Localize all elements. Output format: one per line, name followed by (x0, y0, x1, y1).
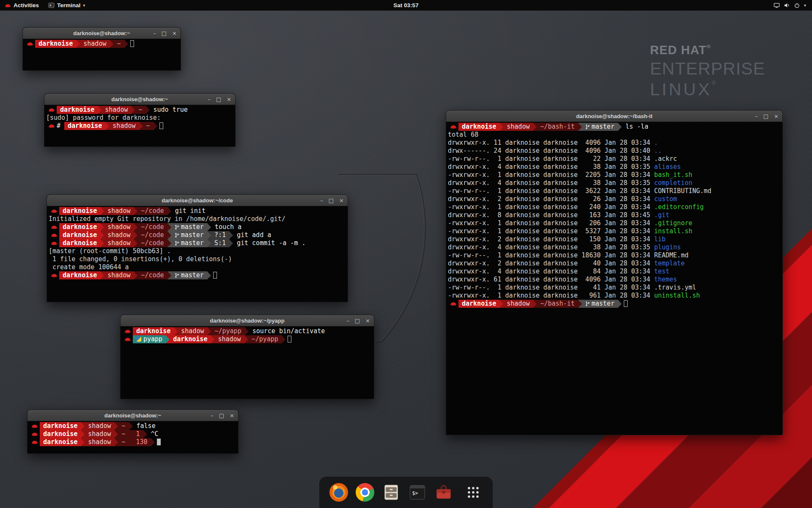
powerline-arrow (134, 223, 137, 231)
powerline-arrow (131, 106, 135, 114)
terminal-window-home-3[interactable]: darknoise@shadow:~ – □ × darknoiseshadow… (27, 409, 239, 454)
terminal-content[interactable]: darknoiseshadow~/pyapp source bin/activa… (121, 326, 374, 399)
terminal-line: -rw-rw-r--. 1 darknoise darknoise 18630 … (446, 251, 782, 260)
prompt-segment-user: darknoise (170, 335, 211, 343)
terminal-line: [master (root-commit) 50bcb63] . (47, 247, 348, 255)
terminal-content[interactable]: darknoiseshadow~ (23, 39, 181, 70)
terminal-window-code[interactable]: darknoise@shadow:~/code – □ × darknoises… (47, 194, 348, 302)
redhat-prompt-icon (29, 438, 40, 446)
minimize-button[interactable]: – (208, 97, 211, 102)
terminal-line: pyappdarknoiseshadow~/pyapp (121, 335, 374, 343)
redhat-prompt-icon (49, 231, 59, 239)
files-icon[interactable] (381, 482, 401, 502)
minimize-button[interactable]: – (320, 198, 323, 203)
terminal-content[interactable]: darknoiseshadow~/bash-itmaster ls -latot… (446, 122, 782, 435)
powerline-arrow (76, 40, 80, 48)
powerline-arrow (207, 231, 211, 239)
window-titlebar[interactable]: darknoise@shadow:~ – □ × (44, 94, 235, 105)
output-text: drwxrwxr-x. 4 darknoise darknoise 38 Jan… (448, 163, 654, 171)
powerline-arrow (100, 271, 104, 279)
maximize-button[interactable]: □ (763, 113, 768, 119)
redhat-logo-icon (5, 3, 11, 8)
software-toolbox-icon[interactable] (433, 482, 454, 502)
terminal-content[interactable]: darknoiseshadow~ falsedarknoiseshadow~1 … (27, 421, 238, 453)
prompt-segment-host: shadow (503, 300, 533, 308)
close-button[interactable]: × (227, 97, 231, 102)
powerline-arrow (167, 207, 171, 215)
powerline-arrow (229, 231, 233, 239)
activities-button[interactable]: Activities (0, 0, 44, 11)
filename-dir: themes (654, 276, 677, 283)
prompt-segment-git: master (171, 271, 207, 279)
filename-exec: uninstall.sh (654, 292, 700, 299)
terminal-line: drwx------. 24 darknoise darknoise 4096 … (446, 147, 782, 155)
powerline-arrow (618, 300, 622, 308)
redhat-prompt-icon (49, 239, 59, 247)
minimize-button[interactable]: – (755, 113, 758, 119)
maximize-button[interactable]: □ (219, 413, 224, 418)
output-text: -rwxrwxr-x. 1 darknoise darknoise 240 Ja… (448, 203, 654, 211)
command-text: ^C (147, 430, 159, 438)
command-text: source bin/activate (249, 327, 325, 335)
window-titlebar[interactable]: darknoise@shadow:~ – □ × (27, 410, 238, 421)
filename-dir: custom (654, 195, 677, 203)
terminal-content[interactable]: darknoiseshadow~ sudo true[sudo] passwor… (44, 105, 235, 146)
terminal-line: darknoiseshadow~130 (27, 438, 238, 446)
filename-dir: aliases (654, 163, 681, 171)
maximize-button[interactable]: □ (216, 97, 221, 102)
output-text: .ackrc (654, 155, 677, 163)
output-text: drwxrwxr-x. 2 darknoise darknoise 150 Ja… (448, 235, 654, 243)
output-text: 1 file changed, 0 insertions(+), 0 delet… (49, 255, 232, 263)
clock[interactable]: Sat 03:57 (393, 2, 418, 8)
window-titlebar[interactable]: darknoise@shadow:~ – □ × (23, 28, 181, 39)
window-titlebar[interactable]: darknoise@shadow:~/code – □ × (47, 195, 348, 206)
prompt-segment-user: darknoise (59, 223, 100, 231)
powerline-arrow (533, 123, 537, 131)
terminal-window-bash-it[interactable]: darknoise@shadow:~/bash-it – □ × darknoi… (446, 110, 783, 435)
output-text: create mode 100644 a (49, 263, 129, 271)
powerline-arrow (114, 438, 118, 446)
chrome-icon[interactable] (355, 482, 375, 502)
app-menu-terminal[interactable]: Terminal ▾ (44, 0, 90, 11)
terminal-window-pyapp[interactable]: darknoise@shadow:~/pyapp – □ × darknoise… (120, 315, 374, 399)
powerline-arrow (499, 300, 503, 308)
minimize-button[interactable]: – (346, 318, 349, 323)
maximize-button[interactable]: □ (162, 30, 167, 36)
git-branch-icon (585, 301, 590, 306)
terminal-line: darknoiseshadow~/codemaster?:1 git add a (47, 231, 348, 239)
maximize-button[interactable]: □ (355, 318, 360, 323)
volume-icon (784, 2, 790, 8)
close-button[interactable]: × (365, 318, 370, 323)
dock: $> (319, 477, 493, 508)
terminal-line: # darknoiseshadow~ (44, 122, 235, 130)
close-button[interactable]: × (774, 113, 779, 119)
system-status-area[interactable]: ▾ (770, 0, 809, 11)
command-text: git add a (233, 231, 271, 239)
close-button[interactable]: × (339, 198, 344, 203)
output-text: .travis.yml (654, 284, 696, 291)
minimize-button[interactable]: – (153, 30, 156, 36)
display-icon (774, 2, 780, 8)
window-titlebar[interactable]: darknoise@shadow:~/bash-it – □ × (446, 110, 782, 122)
firefox-icon[interactable] (329, 482, 349, 502)
terminal-window-home-2[interactable]: darknoise@shadow:~ – □ × darknoiseshadow… (44, 93, 236, 147)
minimize-button[interactable]: – (211, 413, 214, 418)
prompt-segment-user: darknoise (57, 106, 98, 114)
terminal-line: darknoiseshadow~/pyapp source bin/activa… (121, 327, 374, 335)
terminal-line: -rwxrwxr-x. 1 darknoise darknoise 5327 J… (446, 227, 782, 235)
close-button[interactable]: × (172, 30, 177, 36)
redhat-prompt-icon (122, 327, 133, 335)
prompt-segment-host: shadow (109, 122, 139, 130)
window-titlebar[interactable]: darknoise@shadow:~/pyapp – □ × (121, 315, 374, 326)
powerline-arrow (167, 239, 171, 247)
terminal-content[interactable]: darknoiseshadow~/code git initInitialize… (47, 206, 348, 302)
show-applications-icon[interactable] (463, 482, 483, 502)
maximize-button[interactable]: □ (329, 198, 334, 203)
prompt-segment-host: shadow (104, 271, 134, 279)
terminal-icon[interactable]: $> (407, 482, 428, 502)
terminal-window-home-1[interactable]: darknoise@shadow:~ – □ × darknoiseshadow… (22, 27, 181, 71)
terminal-line: -rw-rw-r--. 1 darknoise darknoise 41 Jan… (446, 284, 782, 292)
redhat-prompt-icon (448, 123, 458, 131)
powerline-arrow (207, 327, 211, 335)
close-button[interactable]: × (230, 413, 234, 418)
